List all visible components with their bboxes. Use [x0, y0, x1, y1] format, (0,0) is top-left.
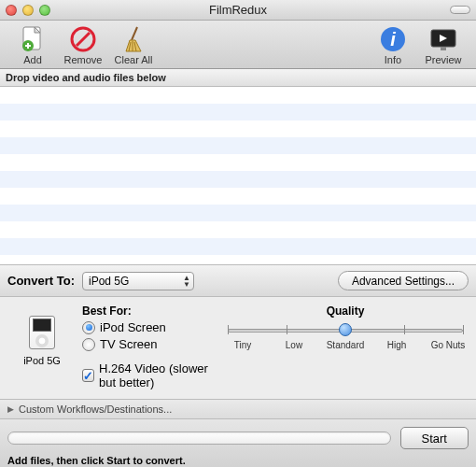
clear-all-button[interactable]: Clear All — [108, 24, 159, 65]
quality-header: Quality — [222, 304, 469, 318]
list-row — [0, 87, 476, 104]
progress-bar — [7, 432, 391, 445]
start-button[interactable]: Start — [400, 427, 469, 449]
info-icon: i — [379, 24, 407, 54]
drop-hint-bar: Drop video and audio files below — [0, 69, 476, 87]
workflows-disclosure[interactable]: ▶ Custom Workflows/Destinations... — [0, 400, 476, 419]
best-for-header: Best For: — [82, 304, 209, 318]
info-label: Info — [385, 54, 401, 65]
svg-rect-13 — [441, 47, 446, 50]
list-row — [0, 188, 476, 205]
tick-label: Low — [273, 340, 315, 350]
settings-panel: iPod 5G Best For: iPod Screen TV Screen … — [0, 297, 476, 400]
popup-arrows-icon: ▲▼ — [183, 275, 190, 288]
remove-button[interactable]: Remove — [58, 24, 108, 65]
list-row — [0, 104, 476, 120]
radio-icon — [82, 321, 95, 334]
add-file-icon — [21, 24, 45, 54]
radio-tv-label: TV Screen — [100, 337, 157, 351]
toolbar: Add Remove Clear All i Info Preview — [0, 21, 476, 69]
svg-line-4 — [132, 27, 137, 40]
tick-label: Go Nuts — [427, 340, 469, 350]
radio-tv-screen[interactable]: TV Screen — [82, 337, 209, 351]
bottom-bar: Start Add files, then click Start to con… — [0, 419, 476, 467]
list-row — [0, 154, 476, 171]
preview-icon — [428, 24, 458, 54]
remove-label: Remove — [64, 54, 103, 65]
device-popup-value: iPod 5G — [89, 275, 129, 288]
file-list[interactable] — [0, 87, 476, 264]
slider-thumb[interactable] — [339, 323, 352, 336]
list-row — [0, 137, 476, 154]
radio-icon — [82, 338, 95, 351]
preview-label: Preview — [425, 54, 461, 65]
device-name-label: iPod 5G — [23, 355, 61, 366]
disclosure-triangle-icon: ▶ — [7, 404, 14, 414]
list-row — [0, 255, 476, 264]
list-row — [0, 171, 476, 188]
advanced-settings-button[interactable]: Advanced Settings... — [338, 271, 469, 290]
list-row — [0, 120, 476, 137]
list-row — [0, 205, 476, 221]
device-popup[interactable]: iPod 5G ▲▼ — [82, 272, 194, 290]
radio-ipod-screen[interactable]: iPod Screen — [82, 320, 209, 334]
quality-group: Quality Tiny Low Standard High Go Nuts — [215, 304, 469, 389]
add-label: Add — [23, 54, 42, 65]
list-row — [0, 221, 476, 238]
window-title: FilmRedux — [0, 3, 476, 17]
clear-label: Clear All — [115, 54, 153, 65]
list-row — [0, 238, 476, 255]
info-button[interactable]: i Info — [368, 24, 418, 65]
device-preview: iPod 5G — [7, 304, 77, 389]
svg-text:i: i — [390, 29, 396, 50]
quality-tick-labels: Tiny Low Standard High Go Nuts — [222, 340, 469, 350]
convert-to-label: Convert To: — [7, 274, 75, 288]
h264-checkbox[interactable]: ✓ H.264 Video (slower but better) — [82, 361, 209, 389]
tick-label: High — [376, 340, 417, 350]
tick-label: Tiny — [222, 340, 263, 350]
ipod-icon — [29, 316, 55, 349]
remove-icon — [69, 24, 97, 54]
svg-line-3 — [77, 33, 90, 46]
convert-bar: Convert To: iPod 5G ▲▼ Advanced Settings… — [0, 264, 476, 297]
radio-ipod-label: iPod Screen — [100, 320, 166, 334]
best-for-group: Best For: iPod Screen TV Screen ✓ H.264 … — [82, 304, 209, 389]
checkbox-icon: ✓ — [82, 369, 94, 382]
quality-slider[interactable] — [228, 321, 463, 338]
broom-icon — [120, 24, 147, 54]
workflows-label: Custom Workflows/Destinations... — [19, 403, 172, 415]
h264-label: H.264 Video (slower but better) — [99, 361, 209, 389]
preview-button[interactable]: Preview — [418, 24, 469, 65]
window-titlebar: FilmRedux — [0, 0, 476, 21]
status-text: Add files, then click Start to convert. — [7, 455, 469, 466]
tick-label: Standard — [325, 340, 366, 350]
add-button[interactable]: Add — [7, 24, 58, 65]
